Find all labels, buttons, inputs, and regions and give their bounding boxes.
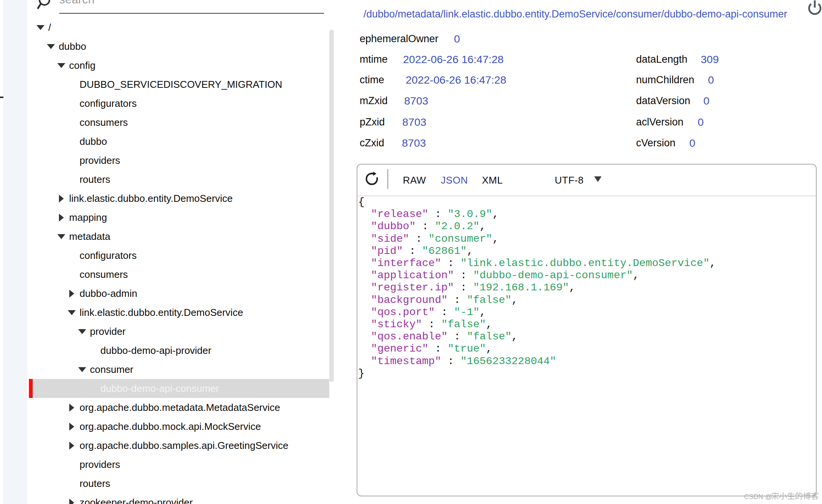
refresh-icon[interactable] [366, 171, 379, 188]
json-value: "true" [447, 343, 486, 355]
disclosure-collapsed-icon[interactable] [59, 195, 64, 203]
tree-node-label: mapping [69, 212, 107, 223]
json-key: "interface" [371, 257, 441, 269]
disclosure-collapsed-icon[interactable] [69, 442, 74, 450]
json-value: "consumer" [428, 233, 492, 245]
stat-value: 2022-06-26 16:47:28 [403, 53, 504, 66]
tab-xml[interactable]: XML [482, 174, 503, 186]
tree-node-label: config [69, 60, 95, 71]
disclosure-collapsed-icon[interactable] [69, 404, 74, 412]
stat-label: numChildren [636, 74, 694, 86]
json-key: "sticky" [371, 319, 422, 330]
json-key: "dubbo" [371, 220, 416, 232]
tree-node[interactable]: / [29, 18, 329, 37]
tree-node[interactable]: mapping [29, 208, 329, 227]
tree-node[interactable]: configurators [29, 246, 329, 265]
tree-node[interactable]: link.elastic.dubbo.entity.DemoService [29, 189, 329, 208]
json-key: "register.ip" [371, 282, 454, 293]
window-edge-dash [0, 97, 3, 98]
stat-value: 8703 [402, 116, 426, 128]
json-key: "pid" [371, 245, 403, 257]
tree-scrollbar[interactable] [329, 30, 334, 382]
disclosure-expanded-icon[interactable] [47, 44, 55, 49]
json-key: "side" [371, 233, 409, 245]
toolbar-separator [387, 169, 388, 189]
tree-node-label: metadata [69, 231, 110, 242]
tree-node[interactable]: config [29, 56, 329, 75]
tree-node-label: consumers [79, 117, 128, 128]
tree-node-label: link.elastic.dubbo.entity.DemoService [79, 307, 243, 319]
stat-value: 2022-06-26 16:47:28 [406, 74, 506, 86]
disclosure-expanded-icon[interactable] [78, 329, 86, 334]
tree-node[interactable]: dubbo-admin [29, 284, 329, 303]
tree-node-label: configurators [79, 98, 136, 109]
disclosure-expanded-icon[interactable] [78, 367, 86, 372]
stat-label: cVersion [636, 137, 676, 149]
node-data-panel: RAW JSON XML UTF-8 { "release" : "3.0.9"… [357, 164, 817, 496]
tree-node[interactable]: org.apache.dubbo.metadata.MetadataServic… [29, 398, 329, 417]
tree-node-label: dubbo-demo-api-provider [100, 345, 211, 357]
disclosure-collapsed-icon[interactable] [69, 499, 74, 504]
tree-node[interactable]: dubbo [29, 37, 329, 56]
tree-node-label: org.apache.dubbo.samples.api.GreetingSer… [79, 440, 288, 452]
json-key: "background" [371, 294, 448, 306]
tab-raw[interactable]: RAW [403, 174, 426, 186]
disclosure-expanded-icon[interactable] [68, 310, 76, 315]
stat-value: 0 [703, 95, 709, 107]
json-value: "-1" [454, 306, 479, 318]
node-data-json[interactable]: { "release" : "3.0.9", "dubbo" : "2.0.2"… [357, 196, 816, 496]
tree-node-label: / [48, 22, 51, 33]
json-key: "application" [371, 269, 454, 281]
json-value: "link.elastic.dubbo.entity.DemoService" [460, 257, 709, 269]
tree-node-label: link.elastic.dubbo.entity.DemoService [69, 193, 233, 204]
tree-node-label: providers [79, 459, 120, 471]
disclosure-collapsed-icon[interactable] [69, 423, 74, 431]
tree-node[interactable]: configurators [29, 94, 329, 113]
tree-node[interactable]: DUBBO_SERVICEDISCOVERY_MIGRATION [29, 75, 329, 94]
json-value: "192.168.1.169" [473, 282, 569, 293]
tree-node[interactable]: dubbo-demo-api-provider [29, 341, 329, 360]
tree-node[interactable]: link.elastic.dubbo.entity.DemoService [29, 303, 329, 322]
tab-json[interactable]: JSON [441, 174, 468, 186]
stat-label: cZxid [360, 137, 384, 149]
encoding-select[interactable]: UTF-8 [555, 174, 584, 186]
tree-node[interactable]: consumers [29, 265, 329, 284]
tree-node[interactable]: dubbo-demo-api-consumer [29, 379, 329, 398]
tree-node[interactable]: org.apache.dubbo.samples.api.GreetingSer… [29, 436, 329, 455]
search-input[interactable]: search [59, 0, 95, 6]
disclosure-expanded-icon[interactable] [36, 25, 44, 30]
power-icon[interactable] [808, 0, 822, 15]
tree-node-label: zookeeper-demo-provider [79, 497, 193, 504]
json-key: "qos.enable" [371, 331, 448, 342]
disclosure-expanded-icon[interactable] [57, 234, 65, 239]
json-key: "qos.port" [371, 306, 435, 318]
tree-node[interactable]: org.apache.dubbo.mock.api.MockService [29, 417, 329, 436]
json-value: "dubbo-demo-api-consumer" [473, 269, 633, 281]
disclosure-expanded-icon[interactable] [57, 63, 65, 68]
data-toolbar: RAW JSON XML UTF-8 [357, 165, 816, 196]
stat-value: 0 [698, 116, 704, 128]
disclosure-collapsed-icon[interactable] [59, 214, 64, 222]
stat-label: pZxid [360, 116, 385, 128]
tree-node[interactable]: zookeeper-demo-provider [29, 493, 329, 504]
stat-label: mtime [360, 54, 388, 65]
tree-node-label: org.apache.dubbo.mock.api.MockService [79, 421, 261, 433]
tree-node[interactable]: metadata [29, 227, 329, 246]
tree-node-label: consumer [90, 364, 133, 376]
tree-node[interactable]: routers [29, 474, 329, 493]
tree-node[interactable]: consumer [29, 360, 329, 379]
tree-node[interactable]: consumers [29, 113, 329, 132]
tree-node[interactable]: dubbo [29, 132, 329, 151]
tree-node[interactable]: provider [29, 322, 329, 341]
tree-node[interactable]: providers [29, 151, 329, 170]
json-value: "2.0.2" [435, 220, 480, 232]
tree-node[interactable]: providers [29, 455, 329, 474]
chevron-down-icon[interactable] [594, 176, 601, 182]
disclosure-collapsed-icon[interactable] [69, 290, 74, 298]
tree-node[interactable]: routers [29, 170, 329, 189]
stat-label: aclVersion [636, 116, 684, 128]
server-sidebar-strip[interactable] [3, 0, 27, 504]
stat-label: ctime [360, 74, 384, 86]
tree-node-label: org.apache.dubbo.metadata.MetadataServic… [79, 402, 280, 414]
json-value: "false" [441, 319, 486, 330]
